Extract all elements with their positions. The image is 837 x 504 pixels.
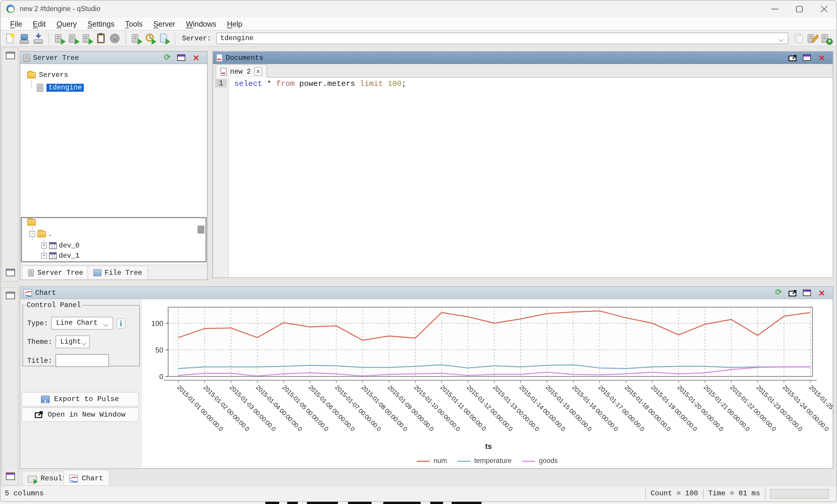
file-tree-node-dev1[interactable]: + dev_1 — [41, 252, 79, 260]
info-button[interactable]: i — [116, 318, 125, 328]
x-tick-label: 2015-01-16 00:00:00.0 — [571, 384, 620, 432]
tree-node-servers[interactable]: Servers — [27, 71, 68, 79]
x-tick-label: 2015-01-08 00:00:00.0 — [360, 384, 409, 432]
table-icon — [49, 252, 57, 259]
menu-item-help[interactable]: Help — [222, 18, 248, 29]
file-tree-node-dev0[interactable]: + dev_0 — [41, 242, 79, 249]
status-columns: 5 columns — [5, 490, 44, 498]
server-icon — [28, 269, 34, 276]
dock-window-icon[interactable] — [6, 269, 15, 276]
close-panel-icon[interactable]: ✕ — [192, 53, 201, 62]
status-bar: 5 columns Count = 100 Time = 81 ms — [1, 485, 836, 501]
collapse-expander[interactable]: - — [29, 231, 35, 237]
refresh-icon[interactable]: ⟳ — [774, 288, 783, 297]
x-tick-label: 2015-01-12 00:00:00.0 — [465, 384, 514, 432]
status-count: Count = 100 — [651, 490, 698, 498]
theme-value: Light — [60, 338, 81, 346]
x-tick-label: 2015-01-14 00:00:00.0 — [518, 384, 567, 432]
menu-item-edit[interactable]: Edit — [28, 18, 51, 29]
legend-swatch — [522, 461, 535, 462]
query-history-icon[interactable] — [145, 33, 156, 44]
add-server-icon[interactable]: + — [821, 33, 832, 44]
open-file-icon[interactable] — [19, 33, 30, 44]
file-tree-root[interactable] — [27, 219, 36, 225]
toolbar-separator — [49, 33, 49, 44]
copy-result-icon[interactable] — [95, 33, 107, 44]
x-tick-label: 2015-01-24 00:00:00.0 — [782, 384, 831, 432]
close-button[interactable] — [812, 1, 836, 18]
close-panel-icon[interactable]: ✕ — [817, 288, 826, 297]
sql-token: from — [276, 80, 295, 88]
menu-item-server[interactable]: Server — [148, 18, 181, 29]
x-tick-label: 2015-01-19 00:00:00.0 — [650, 384, 699, 432]
file-tree-node-dot[interactable]: - . — [29, 230, 52, 238]
document-tab-strip: new 2 x — [213, 64, 833, 78]
minimize-button[interactable] — [763, 1, 787, 18]
save-icon[interactable] — [33, 33, 44, 44]
popout-icon[interactable] — [788, 54, 798, 63]
type-row: Type: Line Chart i — [27, 317, 126, 330]
execute-query-icon[interactable] — [54, 33, 65, 44]
x-tick-label: 2015-01-17 00:00:00.0 — [597, 384, 646, 432]
chart-type-select[interactable]: Line Chart — [51, 317, 113, 330]
menu-item-tools[interactable]: Tools — [120, 18, 148, 29]
x-tick-label: 2015-01-21 00:00:00.0 — [702, 384, 751, 432]
top-dock-strip — [1, 48, 18, 282]
x-tick-label: 2015-01-01 00:00:00.0 — [176, 384, 225, 432]
popout-icon[interactable] — [788, 290, 798, 298]
dock-window-icon[interactable] — [6, 292, 15, 299]
tree-node-tdengine[interactable]: tdengine — [37, 84, 84, 92]
tab-chart[interactable]: Chart — [64, 470, 109, 486]
dock-window-icon[interactable] — [6, 472, 15, 480]
new-document-icon[interactable] — [5, 33, 16, 44]
export-to-pulse-button[interactable]: Export to Pulse — [21, 392, 139, 407]
type-label: Type: — [27, 319, 48, 327]
menu-item-query[interactable]: Query — [51, 18, 83, 29]
menu-item-settings[interactable]: Settings — [82, 18, 120, 29]
run-script-icon[interactable] — [159, 33, 170, 44]
expand-expander[interactable]: + — [41, 243, 47, 249]
edit-server-icon[interactable] — [807, 33, 818, 44]
tab-server-tree[interactable]: Server Tree — [22, 265, 89, 279]
tab-file-tree[interactable]: File Tree — [88, 265, 148, 279]
scrollbar-thumb[interactable] — [197, 226, 204, 234]
maximize-panel-icon[interactable] — [803, 54, 811, 60]
menu-item-file[interactable]: File — [5, 18, 28, 29]
sql-editor[interactable]: 1 select * from power.meters limit 100; — [213, 78, 833, 277]
maximize-panel-icon[interactable] — [177, 54, 185, 60]
x-tick-label: 2015-01-15 00:00:00.0 — [545, 384, 593, 432]
bottom-dock-strip — [1, 287, 18, 485]
folder-icon — [37, 231, 46, 237]
server-select[interactable]: tdengine — [216, 33, 788, 44]
menu-item-windows[interactable]: Windows — [181, 18, 222, 29]
button-label: Open in New Window — [48, 411, 126, 419]
file-tree-icon — [93, 269, 102, 276]
line-chart: 0501002015-01-01 00:00:00.02015-01-02 00… — [143, 299, 833, 451]
chart-title-input[interactable] — [55, 354, 109, 367]
close-tab-icon[interactable]: x — [254, 67, 262, 76]
legend-item-goods: goods — [522, 456, 558, 465]
execute-line-icon[interactable] — [68, 33, 79, 44]
maximize-button[interactable] — [787, 1, 812, 18]
open-in-new-window-button[interactable]: Open in New Window — [21, 407, 139, 422]
folder-icon — [27, 219, 36, 225]
theme-select[interactable]: Light — [55, 336, 90, 348]
dock-window-icon[interactable] — [6, 52, 15, 59]
status-time: Time = 81 ms — [708, 490, 760, 498]
x-axis-title: ts — [485, 442, 492, 451]
execute-selection-icon[interactable] — [82, 33, 93, 44]
server-tree: Servers tdengine — [21, 64, 207, 214]
server-tree-title: Server Tree — [33, 54, 79, 62]
refresh-icon[interactable]: ⟳ — [163, 53, 172, 62]
qstudio-logo-icon — [6, 4, 15, 13]
chart-type-value: Line Chart — [56, 319, 97, 327]
folder-icon — [27, 72, 36, 78]
tab-new-2[interactable]: new 2 x — [216, 64, 267, 78]
send-query-icon[interactable] — [131, 33, 142, 44]
close-panel-icon[interactable]: ✕ — [817, 53, 826, 62]
maximize-panel-icon[interactable] — [803, 290, 811, 296]
expand-expander[interactable]: + — [41, 253, 47, 259]
x-tick-label: 2015-01-09 00:00:00.0 — [387, 384, 435, 432]
chart-canvas[interactable]: 0501002015-01-01 00:00:00.02015-01-02 00… — [143, 299, 832, 468]
tab-label: File Tree — [105, 269, 142, 277]
